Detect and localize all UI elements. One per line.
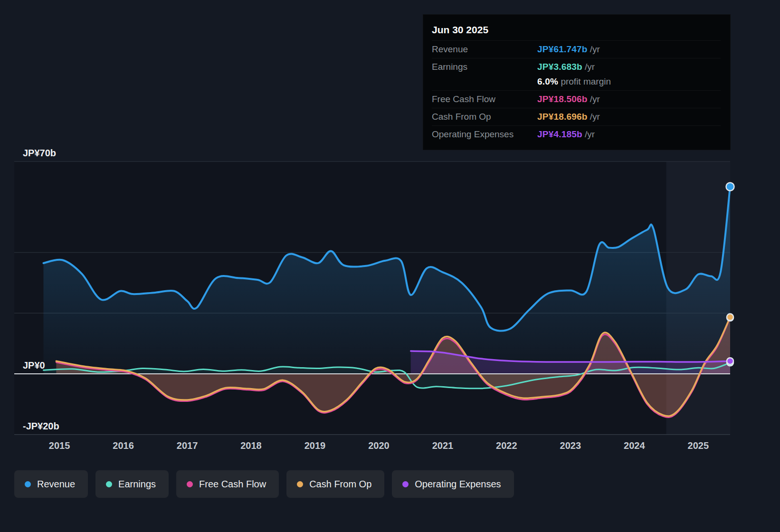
tooltip-row: Cash From OpJP¥18.696b /yr — [432, 108, 721, 125]
operating-expenses-legend-dot — [402, 481, 409, 487]
tooltip-row-label: Free Cash Flow — [432, 94, 537, 104]
x-axis-label: 2015 — [49, 440, 70, 451]
tooltip-row-label: Operating Expenses — [432, 129, 537, 140]
x-axis-label: 2017 — [177, 440, 198, 451]
tooltip-row: Free Cash FlowJP¥18.506b /yr — [432, 90, 721, 108]
revenue-legend-dot — [25, 481, 31, 487]
tooltip-date: Jun 30 2025 — [432, 21, 721, 40]
y-axis-label: JP¥0 — [23, 360, 45, 370]
app-root: Jun 30 2025 RevenueJP¥61.747b /yrEarning… — [0, 0, 780, 532]
x-axis-label: 2018 — [240, 440, 262, 451]
x-axis-label: 2025 — [688, 440, 709, 451]
tooltip-row: 6.0% profit margin — [432, 76, 721, 90]
x-axis-label: 2021 — [432, 440, 454, 451]
x-axis-label: 2020 — [368, 440, 390, 451]
tooltip-row: EarningsJP¥3.683b /yr — [432, 58, 721, 76]
legend: RevenueEarningsFree Cash FlowCash From O… — [14, 470, 514, 498]
tooltip-row-label: Earnings — [432, 62, 537, 72]
x-axis-label: 2024 — [624, 440, 645, 451]
earnings-legend-dot — [106, 481, 112, 487]
cash-from-op-legend-dot — [297, 481, 303, 487]
x-axis-label: 2016 — [113, 440, 134, 451]
chart-svg[interactable]: 2015201620172018201920202021202220232024… — [0, 142, 780, 456]
legend-item-earnings[interactable]: Earnings — [95, 470, 169, 498]
legend-item-free-cash-flow[interactable]: Free Cash Flow — [176, 470, 279, 498]
operating-expenses-marker — [727, 358, 733, 364]
tooltip-row: RevenueJP¥61.747b /yr — [432, 40, 721, 58]
x-axis-label: 2022 — [496, 440, 517, 451]
legend-item-label: Cash From Op — [309, 479, 371, 490]
tooltip-row-value: JP¥18.506b /yr — [537, 94, 721, 104]
legend-item-cash-from-op[interactable]: Cash From Op — [286, 470, 384, 498]
tooltip-row-value: JP¥61.747b /yr — [537, 44, 721, 55]
chart-area[interactable]: 2015201620172018201920202021202220232024… — [0, 142, 780, 456]
revenue-marker — [726, 183, 734, 191]
legend-item-label: Operating Expenses — [415, 479, 501, 490]
legend-item-revenue[interactable]: Revenue — [14, 470, 88, 498]
legend-item-label: Earnings — [118, 479, 156, 490]
cash-from-op-marker — [727, 314, 733, 321]
tooltip-row-label: Revenue — [432, 44, 537, 55]
legend-item-label: Free Cash Flow — [199, 479, 266, 490]
legend-item-label: Revenue — [37, 479, 75, 490]
tooltip-row-value: JP¥18.696b /yr — [537, 112, 721, 122]
y-axis-label: JP¥70b — [23, 148, 56, 158]
tooltip-row: Operating ExpensesJP¥4.185b /yr — [432, 125, 721, 143]
tooltip-row-value: JP¥4.185b /yr — [537, 129, 721, 140]
chart-tooltip: Jun 30 2025 RevenueJP¥61.747b /yrEarning… — [423, 14, 731, 150]
x-axis-label: 2023 — [560, 440, 581, 451]
tooltip-row-label: Cash From Op — [432, 112, 537, 122]
y-axis-label: -JP¥20b — [23, 421, 59, 431]
legend-item-operating-expenses[interactable]: Operating Expenses — [392, 470, 514, 498]
tooltip-row-value: 6.0% profit margin — [537, 76, 721, 87]
x-axis-label: 2019 — [304, 440, 326, 451]
tooltip-rows: RevenueJP¥61.747b /yrEarningsJP¥3.683b /… — [432, 40, 721, 143]
tooltip-row-value: JP¥3.683b /yr — [537, 62, 721, 72]
free-cash-flow-legend-dot — [187, 481, 193, 487]
